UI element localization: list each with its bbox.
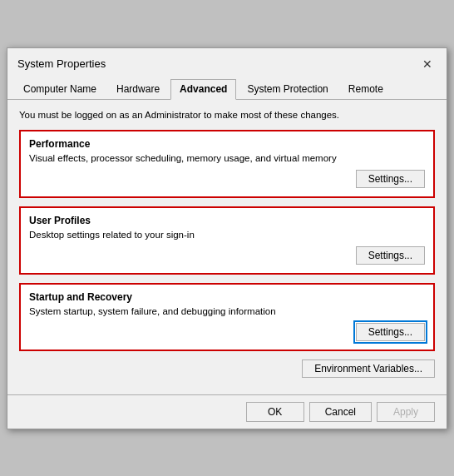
- startup-recovery-title: Startup and Recovery: [29, 291, 425, 303]
- performance-title: Performance: [29, 138, 425, 150]
- startup-recovery-footer: Settings...: [29, 323, 425, 341]
- tab-computer-name[interactable]: Computer Name: [14, 79, 106, 100]
- ok-button[interactable]: OK: [246, 402, 304, 422]
- user-profiles-footer: Settings...: [29, 246, 425, 265]
- tab-content: You must be logged on as an Administrato…: [7, 100, 447, 394]
- cancel-button[interactable]: Cancel: [309, 402, 372, 422]
- startup-recovery-description: System startup, system failure, and debu…: [29, 306, 425, 316]
- tab-advanced[interactable]: Advanced: [170, 79, 236, 100]
- performance-footer: Settings...: [29, 170, 425, 188]
- user-profiles-title: User Profiles: [29, 215, 425, 226]
- title-bar: System Properties ✕: [7, 48, 447, 73]
- tab-system-protection[interactable]: System Protection: [238, 79, 337, 100]
- admin-notice-text: You must be logged on as an Administrato…: [19, 108, 435, 121]
- environment-variables-row: Environment Variables...: [19, 359, 435, 378]
- user-profiles-section: User Profiles Desktop settings related t…: [19, 206, 435, 275]
- performance-description: Visual effects, processor scheduling, me…: [29, 153, 425, 163]
- tab-strip: Computer Name Hardware Advanced System P…: [7, 73, 447, 100]
- apply-button[interactable]: Apply: [377, 402, 435, 422]
- tab-remote[interactable]: Remote: [339, 79, 392, 100]
- user-profiles-settings-button[interactable]: Settings...: [356, 246, 425, 265]
- dialog-footer: OK Cancel Apply: [7, 394, 447, 429]
- user-profiles-description: Desktop settings related to your sign-in: [29, 230, 425, 240]
- performance-section: Performance Visual effects, processor sc…: [19, 130, 435, 198]
- performance-settings-button[interactable]: Settings...: [356, 170, 425, 188]
- system-properties-dialog: System Properties ✕ Computer Name Hardwa…: [7, 47, 447, 429]
- dialog-title: System Properties: [17, 57, 106, 70]
- tab-hardware[interactable]: Hardware: [107, 79, 169, 100]
- close-button[interactable]: ✕: [418, 55, 437, 73]
- startup-recovery-settings-button[interactable]: Settings...: [356, 323, 425, 341]
- environment-variables-button[interactable]: Environment Variables...: [302, 359, 435, 378]
- startup-recovery-section: Startup and Recovery System startup, sys…: [19, 283, 435, 351]
